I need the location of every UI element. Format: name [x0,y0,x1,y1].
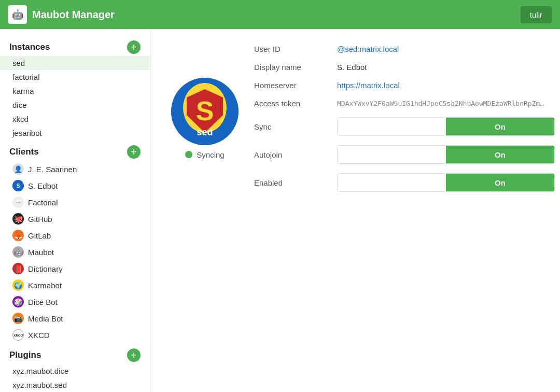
sidebar-item-xkcd[interactable]: xkcd [0,112,150,126]
app-title: Maubot Manager [32,9,115,21]
enabled-label: Enabled [254,178,337,187]
sidebar-item-sed[interactable]: sed [0,56,150,70]
access-token-label: Access token [254,99,337,108]
header: 🤖 Maubot Manager tulir [0,0,560,29]
instance-label: sed [12,59,25,67]
enabled-toggle-on: On [446,174,554,191]
main-layout: Instances + sed factorial karma dice xkc… [0,29,560,392]
svg-text:S: S [17,183,20,189]
plugins-section-header: Plugins + [0,343,150,364]
sidebar-client-je-saarinen[interactable]: 👤 J. E. Saarinen [0,161,150,177]
instance-label: karma [12,87,34,95]
sidebar-item-jesaribot[interactable]: jesaribot [0,126,150,140]
clients-title: Clients [9,147,39,157]
sidebar-client-xkcd[interactable]: xkcd XKCD [0,327,150,343]
sidebar-client-karmabot[interactable]: 🌍 Karmabot [0,277,150,293]
enabled-toggle[interactable]: On [337,173,555,192]
sidebar-plugin-xyz-maubot-sed[interactable]: xyz.maubot.sed [0,378,150,392]
instance-label: factorial [12,73,40,81]
client-icon: 🤖 [12,246,24,258]
access-token-value: MDAxYWxvY2F0aW9uIG1hdHJpeC5sb2NhbAowMDEz… [337,100,544,107]
sidebar: Instances + sed factorial karma dice xkc… [0,29,150,392]
user-id-value: @sed:matrix.local [337,45,555,53]
add-plugin-button[interactable]: + [127,348,141,362]
instance-label: dice [12,101,27,109]
sync-label: Sync [254,122,337,131]
instances-section-header: Instances + [0,35,150,56]
svg-text:S: S [196,96,214,126]
sidebar-client-maubot[interactable]: 🤖 Maubot [0,244,150,260]
sidebar-client-factorial[interactable]: ··· Factorial [0,194,150,211]
sync-toggle-on: On [446,118,554,135]
user-id-label: User ID [254,45,337,53]
enabled-toggle-off [338,174,446,191]
sidebar-client-dice-bot[interactable]: 🎲 Dice Bot [0,293,150,310]
syncing-indicator: Syncing [185,150,224,159]
syncing-dot [185,151,192,158]
clients-section-header: Clients + [0,140,150,161]
homeserver-value: https://matrix.local [337,81,555,90]
display-name-label: Display name [254,63,337,72]
plugins-title: Plugins [9,350,41,360]
add-instance-button[interactable]: + [127,40,141,54]
sidebar-item-karma[interactable]: karma [0,84,150,98]
instance-label: xkcd [12,115,29,123]
add-client-button[interactable]: + [127,145,141,159]
sidebar-plugin-xyz-maubot-dice[interactable]: xyz.maubot.dice [0,364,150,378]
info-table: User ID @sed:matrix.local Display name S… [254,45,555,192]
autojoin-label: Autojoin [254,150,337,159]
user-button[interactable]: tulir [521,6,552,23]
client-icon: 🎲 [12,296,24,307]
instances-title: Instances [9,42,50,52]
display-name-value: S. Edbot [337,63,555,72]
syncing-text: Syncing [197,150,224,159]
autojoin-toggle[interactable]: On [337,145,555,164]
sync-toggle-off [338,118,446,135]
homeserver-label: Homeserver [254,81,337,90]
client-icon: 📷 [12,313,24,324]
app-logo: 🤖 [8,5,27,24]
client-icon: 👤 [12,163,24,175]
profile-top: S sed Syncing User ID @sed:matrix.local [171,45,555,192]
client-icon: 🌍 [12,279,24,291]
bot-profile: S sed Syncing User ID @sed:matrix.local [171,45,539,202]
client-icon: xkcd [12,329,24,341]
header-left: 🤖 Maubot Manager [8,5,115,24]
sidebar-client-gitlab[interactable]: 🦊 GitLab [0,227,150,244]
sidebar-client-media-bot[interactable]: 📷 Media Bot [0,310,150,327]
sync-toggle[interactable]: On [337,117,555,136]
client-icon: ··· [12,197,24,208]
app-container: 🤖 Maubot Manager tulir Instances + sed f… [0,0,560,392]
sidebar-client-github[interactable]: 🐙 GitHub [0,211,150,227]
sidebar-item-factorial[interactable]: factorial [0,70,150,84]
sidebar-client-s-edbot[interactable]: S S. Edbot [0,177,150,194]
autojoin-toggle-off [338,146,446,163]
sidebar-client-dictionary[interactable]: 📕 Dictionary [0,260,150,277]
avatar-label: sed [171,127,239,138]
client-icon: 📕 [12,263,24,274]
client-icon: 🦊 [12,230,24,241]
avatar: S sed [171,78,239,145]
client-icon: 🐙 [12,213,24,225]
client-icon: S [12,180,24,191]
autojoin-toggle-on: On [446,146,554,163]
instance-label: jesaribot [12,129,42,137]
sidebar-item-dice[interactable]: dice [0,98,150,112]
content-area: S sed Syncing User ID @sed:matrix.local [150,29,560,392]
